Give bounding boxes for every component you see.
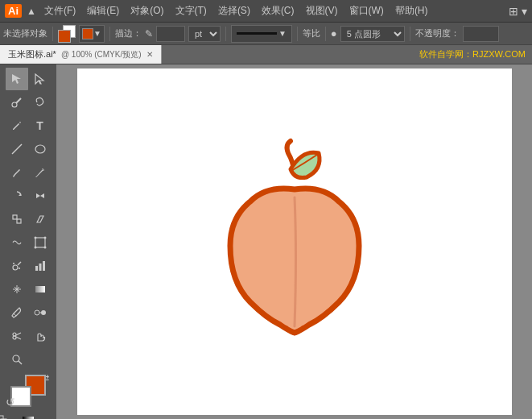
svg-rect-16: [39, 263, 41, 271]
svg-point-23: [13, 355, 19, 362]
equal-label: 等比: [303, 27, 320, 39]
divider-1: [52, 27, 53, 41]
line-btn[interactable]: [6, 138, 28, 160]
tool-row-7: [6, 208, 52, 230]
color-mode-icon[interactable]: [0, 413, 15, 419]
svg-rect-25: [0, 416, 3, 419]
menu-select[interactable]: 选择(S): [213, 2, 255, 19]
opacity-input[interactable]: 100%: [463, 26, 499, 42]
stroke-unit-select[interactable]: pt px: [188, 26, 221, 42]
stroke-icon: ✎: [145, 28, 153, 39]
mesh-btn[interactable]: [6, 278, 28, 301]
line-style-btn[interactable]: ▼: [231, 25, 292, 43]
svg-point-22: [13, 336, 16, 339]
svg-point-21: [13, 333, 16, 336]
divider-5: [325, 27, 326, 41]
svg-point-14: [19, 268, 20, 269]
zoom-btn[interactable]: [6, 348, 28, 371]
brand-label: 软件自学网：RJZXW.COM: [419, 48, 532, 60]
menu-view[interactable]: 视图(V): [301, 2, 343, 19]
svg-point-19: [35, 310, 39, 315]
empty-btn: [29, 348, 52, 371]
tool-row-10: [6, 278, 52, 301]
gradient-btn[interactable]: [29, 278, 52, 301]
fill-stroke-swatches: ⇄ ↺: [10, 375, 46, 407]
divider-4: [297, 27, 298, 41]
tab-info: @ 100% (CMYK/预览): [61, 49, 142, 60]
opacity-label: 不透明度：: [415, 27, 460, 39]
svg-rect-17: [43, 261, 45, 271]
divider-6: [410, 27, 410, 41]
divider-3: [225, 27, 226, 41]
pencil-btn[interactable]: [29, 161, 52, 184]
eyedropper-btn[interactable]: [6, 301, 28, 324]
svg-point-20: [41, 310, 46, 315]
tool-row-2: [6, 91, 52, 114]
stroke-label: 描边：: [115, 27, 142, 39]
tool-row-4: [6, 138, 52, 160]
tool-row-9: [6, 255, 52, 277]
svg-point-9: [43, 237, 46, 239]
tool-row-5: [6, 161, 52, 184]
stroke-value-input[interactable]: 7 pt: [156, 26, 185, 42]
menu-bar: 文件(F) 编辑(E) 对象(O) 文字(T) 选择(S) 效果(C) 视图(V…: [39, 2, 509, 19]
stroke-color-btn[interactable]: [58, 25, 76, 43]
tool-row-13: [6, 348, 52, 371]
symbol-sprayer-btn[interactable]: [6, 255, 28, 277]
rotate-btn[interactable]: [6, 185, 28, 207]
tool-row-11: [6, 301, 52, 324]
gradient-icon[interactable]: [17, 413, 39, 419]
ellipse-btn[interactable]: [29, 138, 52, 160]
free-transform-btn[interactable]: [29, 231, 52, 254]
tool-row-12: [6, 325, 52, 347]
brush-select[interactable]: 5 点圆形: [340, 26, 405, 42]
menu-edit[interactable]: 编辑(E): [82, 2, 124, 19]
tab-name: 玉米图标.ai*: [8, 48, 56, 60]
left-toolbar: T: [0, 64, 56, 419]
tool-row-6: [6, 185, 52, 207]
options-toolbar: 未选择对象 ▼ 描边： ✎ 7 pt pt px ▼ 等比 ● 5 点圆形 不透…: [0, 23, 532, 45]
menu-file[interactable]: 文件(F): [39, 2, 80, 19]
hand-btn[interactable]: [29, 325, 52, 347]
svg-rect-18: [35, 286, 45, 292]
scissors-btn[interactable]: [6, 325, 28, 347]
paintbrush-btn[interactable]: [6, 161, 28, 184]
svg-rect-6: [17, 219, 21, 223]
tool-row-1: [6, 68, 52, 90]
peach-illustration: [190, 125, 399, 359]
selection-tool-btn[interactable]: [6, 68, 28, 90]
menu-effect[interactable]: 效果(C): [257, 2, 299, 19]
tabbar: 玉米图标.ai* @ 100% (CMYK/预览) ✕ 软件自学网：RJZXW.…: [0, 45, 532, 64]
canvas: [77, 68, 512, 415]
titlebar: Ai ▲ 文件(F) 编辑(E) 对象(O) 文字(T) 选择(S) 效果(C)…: [0, 0, 532, 23]
tab-close-btn[interactable]: ✕: [146, 50, 153, 59]
svg-point-11: [43, 247, 46, 249]
menu-text[interactable]: 文字(T): [171, 2, 212, 19]
tool-row-8: [6, 231, 52, 254]
pen-btn[interactable]: [6, 114, 28, 137]
tool-row-3: T: [6, 114, 52, 137]
stroke-swatch-btn[interactable]: ▼: [79, 25, 105, 43]
svg-point-8: [34, 237, 36, 239]
menu-object[interactable]: 对象(O): [126, 2, 168, 19]
reset-icon[interactable]: ↺: [6, 396, 15, 409]
blend-btn[interactable]: [29, 301, 52, 324]
layout-icon[interactable]: ⊞ ▾: [509, 5, 527, 18]
type-btn[interactable]: T: [29, 114, 52, 137]
reflect-btn[interactable]: [29, 185, 52, 207]
scale-btn[interactable]: [6, 208, 28, 230]
menu-window[interactable]: 窗口(W): [344, 2, 389, 19]
active-tab[interactable]: 玉米图标.ai* @ 100% (CMYK/预览) ✕: [0, 45, 162, 64]
warp-btn[interactable]: [6, 231, 28, 254]
svg-line-2: [12, 144, 22, 154]
shear-btn[interactable]: [29, 208, 52, 230]
lasso-btn[interactable]: [29, 91, 52, 114]
magic-wand-btn[interactable]: [6, 91, 28, 114]
svg-point-10: [34, 247, 36, 249]
svg-point-3: [35, 145, 45, 153]
menu-help[interactable]: 帮助(H): [390, 2, 433, 19]
direct-selection-btn[interactable]: [29, 68, 52, 90]
color-swatches: ⇄ ↺: [7, 371, 49, 410]
graph-btn[interactable]: [29, 255, 52, 277]
svg-rect-5: [13, 215, 17, 219]
